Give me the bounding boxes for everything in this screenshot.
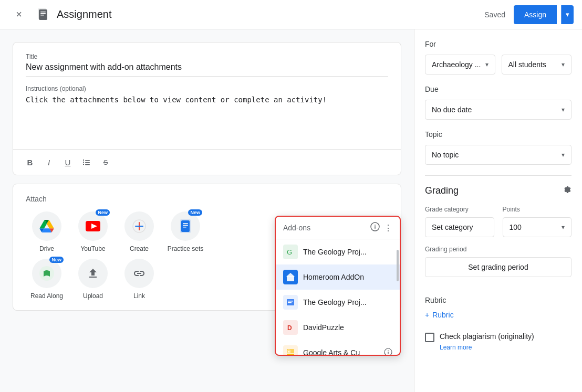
addon-icon-geology2: [283, 295, 298, 310]
grading-settings-button[interactable]: [561, 184, 571, 197]
youtube-icon-wrap: New: [78, 211, 108, 241]
attach-item-read-along[interactable]: New Read Along: [26, 259, 68, 300]
homeroom-icon: [285, 272, 296, 282]
svg-rect-9: [83, 164, 84, 165]
addon-item-google-arts[interactable]: 🏛 Google Arts & Cu: [276, 340, 400, 355]
addon-icon-homeroom: [283, 270, 298, 284]
list-button[interactable]: [78, 154, 95, 171]
info-icon: [370, 222, 380, 231]
instructions-input[interactable]: Click the attachments below to view cont…: [26, 94, 388, 136]
topic-value: No topic: [432, 151, 562, 159]
attach-item-drive[interactable]: Drive: [26, 211, 68, 252]
topic-dropdown-icon: ▾: [562, 151, 565, 158]
set-grading-period-button[interactable]: Set grading period: [425, 257, 571, 277]
google-arts-info-button[interactable]: [384, 348, 392, 355]
attach-item-practice-sets[interactable]: New Practice sets: [164, 211, 206, 252]
plagiarism-text: Check plagiarism (originality): [440, 332, 534, 342]
google-arts-icon: 🏛: [285, 347, 296, 355]
addon-item-homeroom[interactable]: Homeroom AddOn: [276, 264, 400, 290]
header-right: Saved Assign ▾: [484, 5, 574, 24]
points-select[interactable]: 100 ▾: [503, 217, 572, 237]
strikethrough-button[interactable]: S: [97, 154, 114, 171]
youtube-icon: [86, 221, 100, 231]
main-layout: Title Instructions (optional) Click the …: [0, 29, 582, 392]
due-label: Due: [425, 85, 571, 93]
students-value: All students: [508, 60, 562, 69]
due-select[interactable]: No due date ▾: [425, 100, 571, 120]
students-select[interactable]: All students ▾: [502, 55, 572, 75]
italic-button[interactable]: I: [40, 154, 57, 171]
grade-category-label: Grade category: [425, 206, 494, 213]
addon-item-geology1[interactable]: G The Geology Proj...: [276, 239, 400, 264]
attach-item-link[interactable]: Link: [118, 259, 160, 300]
svg-rect-18: [183, 223, 188, 224]
strikethrough-icon: S: [103, 158, 108, 166]
youtube-label: YouTube: [80, 245, 105, 252]
davidpuzzle-icon: D: [285, 322, 296, 333]
create-icon-wrap: [124, 211, 154, 241]
scroll-track: [396, 239, 399, 355]
due-row: Due No due date ▾: [425, 85, 571, 120]
addons-title: Add-ons: [283, 224, 310, 232]
grade-category-points-row: Grade category Set category Points 100 ▾: [425, 206, 571, 237]
title-input[interactable]: [26, 62, 388, 77]
assign-dropdown-button[interactable]: ▾: [561, 5, 574, 24]
class-select[interactable]: Archaeology ... ▾: [425, 55, 495, 75]
addon-icon-davidpuzzle: D: [283, 320, 298, 335]
underline-button[interactable]: U: [59, 154, 76, 171]
drive-icon-wrap: [32, 211, 61, 241]
title-label: Title: [26, 53, 388, 60]
addons-info-button[interactable]: [370, 222, 380, 234]
addons-dropdown: Add-ons ⋮: [275, 216, 401, 356]
attach-item-youtube[interactable]: New YouTube: [72, 211, 114, 252]
header-left: × Assignment: [8, 4, 478, 25]
addon-name-davidpuzzle: DavidPuzzle: [303, 323, 392, 332]
svg-rect-15: [135, 226, 143, 227]
set-category-button[interactable]: Set category: [425, 217, 494, 237]
drive-label: Drive: [39, 245, 54, 252]
bold-button[interactable]: B: [22, 154, 38, 171]
upload-label: Upload: [83, 292, 103, 300]
svg-rect-41: [388, 352, 388, 354]
plagiarism-row: Check plagiarism (originality) Learn mor…: [425, 332, 571, 352]
addon-item-davidpuzzle[interactable]: D DavidPuzzle: [276, 315, 400, 340]
read-along-label: Read Along: [30, 292, 63, 300]
svg-rect-33: [288, 302, 292, 303]
upload-icon: [87, 267, 99, 280]
plagiarism-checkbox[interactable]: [425, 333, 434, 342]
addon-item-geology2[interactable]: The Geology Proj...: [276, 290, 400, 315]
close-button[interactable]: ×: [8, 4, 29, 25]
addon-name-geology1: The Geology Proj...: [303, 248, 392, 256]
grading-title: Grading: [425, 185, 459, 196]
attach-item-create[interactable]: Create: [118, 211, 160, 252]
learn-more-link[interactable]: Learn more: [440, 344, 472, 351]
section-divider: [425, 175, 571, 176]
points-value: 100: [510, 223, 560, 231]
points-label: Points: [503, 206, 572, 213]
svg-text:G: G: [287, 248, 292, 256]
title-section: Title Instructions (optional) Click the …: [13, 43, 401, 149]
addons-header: Add-ons ⋮: [276, 217, 400, 239]
addons-list: G The Geology Proj...: [276, 239, 400, 355]
svg-rect-17: [181, 220, 190, 232]
grading-period-label: Grading period: [425, 246, 571, 253]
assign-button[interactable]: Assign: [514, 5, 557, 24]
attach-item-upload[interactable]: Upload: [72, 259, 114, 300]
svg-point-24: [375, 225, 376, 226]
points-dropdown-icon: ▾: [562, 224, 565, 231]
upload-icon-wrap: [78, 259, 108, 288]
topic-label: Topic: [425, 130, 571, 139]
addons-more-button[interactable]: ⋮: [384, 223, 392, 233]
svg-rect-8: [85, 162, 90, 163]
gear-icon: [561, 184, 571, 195]
editor-toolbar: B I U S: [13, 149, 401, 175]
add-rubric-button[interactable]: + Rubric: [425, 309, 454, 321]
svg-rect-37: [287, 354, 294, 355]
points-col: Points 100 ▾: [503, 206, 572, 237]
due-dropdown-icon: ▾: [562, 106, 565, 113]
topic-select[interactable]: No topic ▾: [425, 145, 571, 165]
drive-icon: [39, 220, 54, 232]
geology1-icon: G: [285, 247, 296, 257]
more-icon: ⋮: [384, 224, 392, 232]
for-row: For Archaeology ... ▾ All students ▾: [425, 40, 571, 75]
